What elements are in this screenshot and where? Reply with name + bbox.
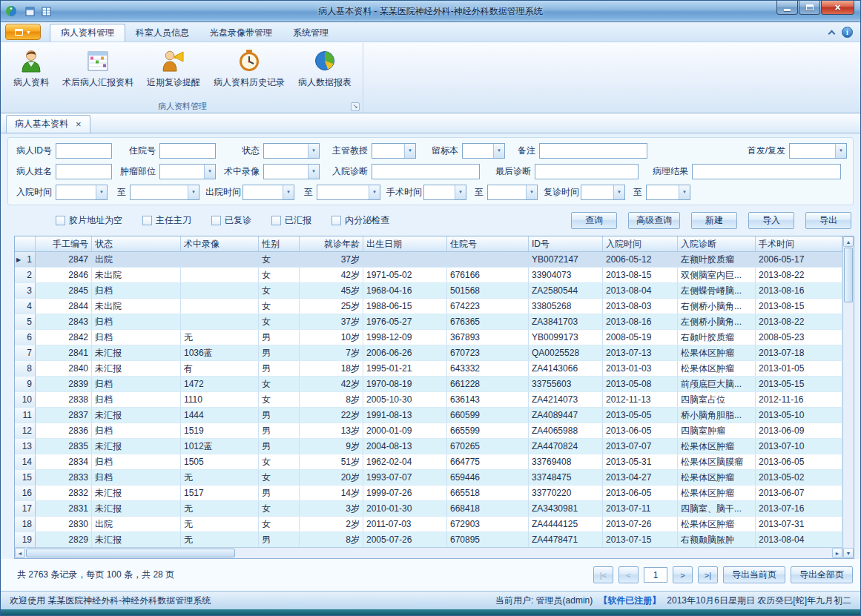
filter-input[interactable] — [56, 143, 112, 159]
chevron-down-icon[interactable]: ▼ — [308, 165, 319, 179]
chevron-down-icon[interactable]: ▼ — [204, 165, 215, 179]
close-tab-icon[interactable]: × — [76, 119, 82, 129]
table-row[interactable]: 22846未出院女42岁1971-05-02676166339040732013… — [15, 268, 842, 283]
registered-link[interactable]: 【软件已注册】 — [598, 595, 661, 607]
minimize-button[interactable] — [776, 1, 798, 15]
scroll-right-icon[interactable]: ► — [832, 548, 842, 558]
checkbox-icon[interactable] — [271, 216, 281, 225]
filter-combobox[interactable]: ▼ — [159, 164, 216, 179]
filter-combobox[interactable]: ▼ — [462, 143, 505, 159]
prev-page-button[interactable]: < — [618, 566, 639, 583]
filter-input[interactable] — [372, 164, 480, 179]
window-icon[interactable] — [23, 4, 36, 18]
filter-combobox[interactable]: ▼ — [646, 185, 690, 200]
column-header[interactable]: 住院号 — [447, 236, 529, 251]
checkbox-icon[interactable] — [211, 216, 221, 225]
column-header[interactable]: 术中录像 — [181, 236, 259, 251]
filter-input[interactable] — [56, 164, 112, 179]
filter-combobox[interactable]: ▼ — [372, 143, 416, 159]
dialog-launcher-icon[interactable]: ↘ — [351, 102, 360, 111]
ribbon-tab-department-staff[interactable]: 科室人员信息 — [125, 24, 199, 42]
ribbon-button-patient-info[interactable]: 病人资料 — [7, 45, 56, 100]
filter-combobox[interactable]: ▼ — [130, 185, 199, 200]
close-button[interactable]: × — [821, 1, 854, 15]
chevron-down-icon[interactable]: ▼ — [188, 185, 199, 199]
ribbon-tab-system-management[interactable]: 系统管理 — [283, 24, 339, 42]
filter-checkbox[interactable]: 内分泌检查 — [331, 214, 389, 227]
vertical-scroll-track[interactable] — [843, 303, 854, 548]
collapse-ribbon-icon[interactable] — [828, 30, 836, 37]
advanced-query-button[interactable]: 高级查询 — [628, 212, 680, 229]
chevron-down-icon[interactable]: ▼ — [679, 185, 690, 199]
checkbox-icon[interactable] — [56, 216, 65, 225]
column-header[interactable]: ID号 — [529, 236, 603, 251]
filter-input[interactable] — [159, 143, 216, 159]
scroll-down-icon[interactable]: ▼ — [843, 548, 854, 558]
column-header[interactable]: 手术时间 — [756, 236, 842, 251]
filter-checkbox[interactable]: 胶片地址为空 — [56, 214, 122, 227]
grid-icon[interactable] — [39, 4, 53, 18]
filter-combobox[interactable]: ▼ — [487, 185, 538, 200]
horizontal-scroll-track[interactable] — [236, 548, 832, 558]
export-button[interactable]: 导出 — [805, 212, 851, 229]
table-row[interactable]: ▶12847出院女37岁YB00721472006-05-12左额叶胶质瘤200… — [15, 252, 842, 268]
table-row[interactable]: 102838归档1110女8岁2005-10-30636143ZA4214073… — [15, 392, 842, 408]
table-row[interactable]: 112837未汇报1444男22岁1991-08-13660599ZA40894… — [15, 408, 842, 423]
filter-combobox[interactable]: ▼ — [317, 185, 380, 200]
filter-combobox[interactable]: ▼ — [243, 185, 294, 200]
filter-combobox[interactable]: ▼ — [263, 164, 320, 179]
column-header[interactable]: 手工编号 — [36, 236, 92, 251]
vertical-scroll-thumb[interactable] — [844, 248, 853, 302]
table-row[interactable]: 92839归档1472女42岁1970-08-19661228337556032… — [15, 377, 842, 392]
horizontal-scroll-thumb[interactable] — [26, 549, 235, 557]
import-button[interactable]: 导入 — [748, 212, 794, 229]
filter-combobox[interactable]: ▼ — [789, 143, 847, 159]
tab-patient-basic-info[interactable]: 病人基本资料 × — [6, 115, 90, 133]
table-row[interactable]: 182830出院无女2岁2011-07-03672903ZA4444125201… — [15, 517, 842, 532]
table-row[interactable]: 152833归档无女20岁1993-07-0765944633748475201… — [15, 470, 842, 486]
table-row[interactable]: 52843归档女37岁1976-05-27676365ZA38417032013… — [15, 314, 842, 330]
last-page-button[interactable]: >| — [698, 566, 718, 583]
vertical-scrollbar[interactable]: ▲ ▼ — [842, 236, 854, 558]
filter-input[interactable] — [539, 143, 647, 159]
filter-combobox[interactable]: ▼ — [56, 185, 108, 200]
chevron-down-icon[interactable]: ▼ — [526, 185, 537, 199]
chevron-down-icon[interactable]: ▼ — [96, 185, 107, 199]
ribbon-button-postop-report[interactable]: 术后病人汇报资料 — [56, 45, 140, 100]
new-button[interactable]: 新建 — [691, 212, 737, 229]
filter-combobox[interactable]: ▼ — [581, 185, 625, 200]
checkbox-icon[interactable] — [142, 216, 152, 225]
chevron-down-icon[interactable]: ▼ — [613, 185, 624, 199]
ribbon-button-followup-reminder[interactable]: 近期复诊提醒 — [140, 45, 207, 100]
column-header[interactable]: 入院时间 — [603, 236, 678, 251]
table-row[interactable]: 42844未出院女25岁1988-06-15674223338052682013… — [15, 299, 842, 314]
filter-checkbox[interactable]: 已汇报 — [271, 214, 311, 227]
filter-combobox[interactable]: ▼ — [423, 185, 466, 200]
checkbox-icon[interactable] — [331, 216, 341, 225]
column-header[interactable]: 出生日期 — [363, 236, 447, 251]
column-header[interactable]: 就诊年龄 — [300, 236, 363, 251]
filter-input[interactable] — [692, 164, 841, 179]
table-row[interactable]: 32845归档女45岁1968-04-16501568ZA25805442013… — [15, 283, 842, 299]
table-row[interactable]: 192829未汇报无男8岁2005-07-26670895ZA447847120… — [15, 532, 842, 547]
chevron-down-icon[interactable]: ▼ — [455, 185, 466, 199]
table-row[interactable]: 142834归档1505女51岁1962-02-0466477533769408… — [15, 454, 842, 470]
table-row[interactable]: 62842归档无男10岁1998-12-09367893YB0099173200… — [15, 330, 842, 345]
chevron-down-icon[interactable]: ▼ — [369, 185, 380, 199]
ribbon-button-data-reports[interactable]: 病人数据报表 — [291, 45, 358, 100]
page-number-input[interactable] — [644, 567, 667, 583]
chevron-down-icon[interactable]: ▼ — [283, 185, 294, 199]
table-row[interactable]: 172831未汇报无女3岁2010-01-30668418ZA343098120… — [15, 501, 842, 517]
maximize-button[interactable] — [799, 1, 820, 15]
filter-input[interactable] — [535, 164, 639, 179]
column-header[interactable]: 入院诊断 — [678, 236, 756, 251]
filter-checkbox[interactable]: 主任主刀 — [142, 214, 191, 227]
table-row[interactable]: 162832未汇报1517男14岁1999-07-266655183377022… — [15, 486, 842, 501]
chevron-down-icon[interactable]: ▼ — [493, 144, 504, 158]
application-menu-button[interactable]: ▼ — [5, 24, 41, 40]
table-row[interactable]: 132835未汇报1012蓝男9岁2004-08-13670265ZA44708… — [15, 439, 842, 454]
horizontal-scrollbar[interactable]: ◄ ► — [15, 547, 842, 558]
column-header[interactable]: 性别 — [259, 236, 300, 251]
next-page-button[interactable]: > — [673, 566, 693, 583]
scroll-up-icon[interactable]: ▲ — [843, 236, 854, 247]
